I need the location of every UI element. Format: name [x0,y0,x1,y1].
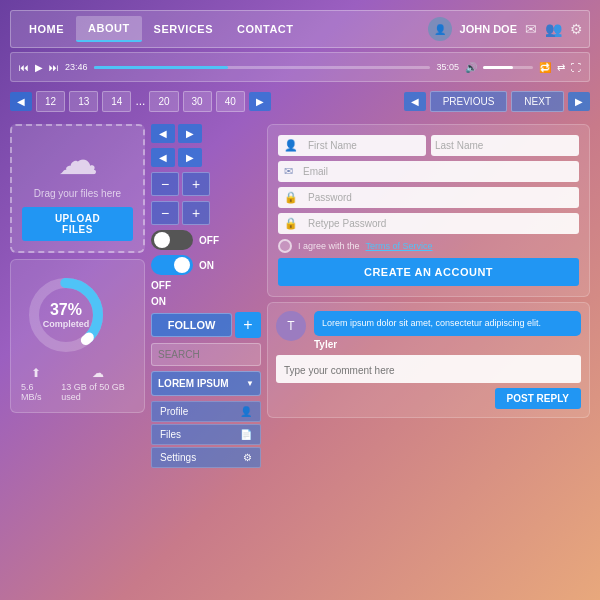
settings-icon[interactable]: ⚙ [570,21,583,37]
upload-speed-icon: ⬆ [31,366,41,380]
minus-btn2[interactable]: − [151,201,179,225]
search-input[interactable] [152,345,261,364]
profile-icon: 👤 [240,406,252,417]
menu-files[interactable]: Files 📄 [151,424,261,445]
settings-menu-icon: ⚙ [243,452,252,463]
menu-files-label: Files [160,429,181,440]
password-input[interactable] [304,187,579,208]
toggle-off1[interactable] [151,230,193,250]
rewind-btn[interactable]: ⏮ [19,62,29,73]
stats-box: 37% Completed ⬆ 5.6 MB/s ☁ 13 GB of 50 G… [10,259,145,413]
progress-track[interactable] [94,66,431,69]
upload-text: Drag your files here [34,188,121,199]
firstname-input[interactable] [304,135,426,156]
lastname-input[interactable] [431,135,579,156]
storage-stat: ☁ 13 GB of 50 GB used [61,366,134,402]
comment-input-wrap [276,355,581,383]
lorem-dropdown[interactable]: LOREM IPSUM ▼ [151,371,261,396]
page-12[interactable]: 12 [36,91,65,112]
minus-btn1[interactable]: − [151,172,179,196]
speed-stat: ⬆ 5.6 MB/s [21,366,51,402]
lock2-icon: 🔒 [278,217,304,230]
toggle-row2: ON [151,255,261,275]
play-btn[interactable]: ▶ [35,62,43,73]
volume-icon[interactable]: 🔊 [465,62,477,73]
next-arrow-btn[interactable]: ▶ [568,92,590,111]
terms-row: I agree with the Terms of Service [278,239,579,253]
menu-settings[interactable]: Settings ⚙ [151,447,261,468]
nav-contact[interactable]: CONTACT [225,17,305,41]
nav-right: 👤 JOHN DOE ✉ 👥 ⚙ [428,17,583,41]
toggle-label-on2: ON [151,296,261,307]
arrow-left-btn[interactable]: ◀ [151,124,175,143]
nav-services[interactable]: SERVICES [142,17,225,41]
upload-button[interactable]: UPLOAD FILES [22,207,133,241]
plus-btn2[interactable]: + [182,201,210,225]
user-icon: 👤 [278,139,304,152]
donut-chart: 37% Completed [21,270,111,360]
menu-profile[interactable]: Profile 👤 [151,401,261,422]
toggle-label-off1: OFF [199,235,219,246]
password-wrap: 🔒 [278,187,579,208]
media-player: ⏮ ▶ ⏭ 23:46 35:05 🔊 🔁 ⇄ ⛶ [10,52,590,82]
donut-percent: 37% Completed [43,301,90,329]
page-20[interactable]: 20 [149,91,178,112]
plusminus-row2: − + [151,201,261,225]
fullscreen-icon[interactable]: ⛶ [571,62,581,73]
forward-btn[interactable]: ⏭ [49,62,59,73]
terms-radio[interactable] [278,239,292,253]
page-left-arrow[interactable]: ◀ [10,92,32,111]
cloud-icon: ☁ [58,140,98,180]
lastname-wrap [431,135,579,156]
prev-arrow-btn[interactable]: ◀ [404,92,426,111]
post-reply-button[interactable]: POST REPLY [495,388,581,409]
upload-box: ☁ Drag your files here UPLOAD FILES [10,124,145,253]
nav-about[interactable]: ABOUT [76,16,142,42]
mail-icon[interactable]: ✉ [525,21,537,37]
stats-info: ⬆ 5.6 MB/s ☁ 13 GB of 50 GB used [21,366,134,402]
avatar: 👤 [428,17,452,41]
username: JOHN DOE [460,23,517,35]
page-13[interactable]: 13 [69,91,98,112]
arrow-right2-btn[interactable]: ▶ [178,148,202,167]
follow-button[interactable]: FOLLOW [151,313,232,337]
email-icon: ✉ [278,165,299,178]
page-14[interactable]: 14 [102,91,131,112]
current-time: 23:46 [65,62,88,72]
files-icon: 📄 [240,429,252,440]
repeat-icon[interactable]: 🔁 [539,62,551,73]
lorem-label: LOREM IPSUM [158,378,229,389]
comment-header: T Lorem ipsum dolor sit amet, consectetu… [276,311,581,350]
page-40[interactable]: 40 [216,91,245,112]
terms-link[interactable]: Terms of Service [366,241,433,251]
page-right-arrow[interactable]: ▶ [249,92,271,111]
shuffle-icon[interactable]: ⇄ [557,62,565,73]
email-input[interactable] [299,161,579,182]
retype-wrap: 🔒 [278,213,579,234]
next-button[interactable]: NEXT [511,91,564,112]
nav-home[interactable]: HOME [17,17,76,41]
arrow-right-btn[interactable]: ▶ [178,124,202,143]
toggle-row1: OFF [151,230,261,250]
arrow-left2-btn[interactable]: ◀ [151,148,175,167]
prev-button[interactable]: PREVIOUS [430,91,508,112]
comment-section: T Lorem ipsum dolor sit amet, consectetu… [267,302,590,418]
toggle-knob [154,232,170,248]
toggle-label-on1: ON [199,260,214,271]
comment-input[interactable] [284,365,573,376]
page-30[interactable]: 30 [183,91,212,112]
plus-btn1[interactable]: + [182,172,210,196]
donut-sublabel: Completed [43,319,90,329]
follow-plus-btn[interactable]: + [235,312,261,338]
volume-track[interactable] [483,66,533,69]
search-row: 🔍 [151,343,261,366]
storage-value: 13 GB of 50 GB used [61,382,134,402]
retype-input[interactable] [304,213,579,234]
toggle-on1[interactable] [151,255,193,275]
create-account-button[interactable]: CREATE AN ACCOUNT [278,258,579,286]
users-icon[interactable]: 👥 [545,21,562,37]
email-wrap: ✉ [278,161,579,182]
toggle-knob2 [174,257,190,273]
mid-column: ◀ ▶ ◀ ▶ − + − + OFF ON OFF [151,124,261,468]
plusminus-row1: − + [151,172,261,196]
